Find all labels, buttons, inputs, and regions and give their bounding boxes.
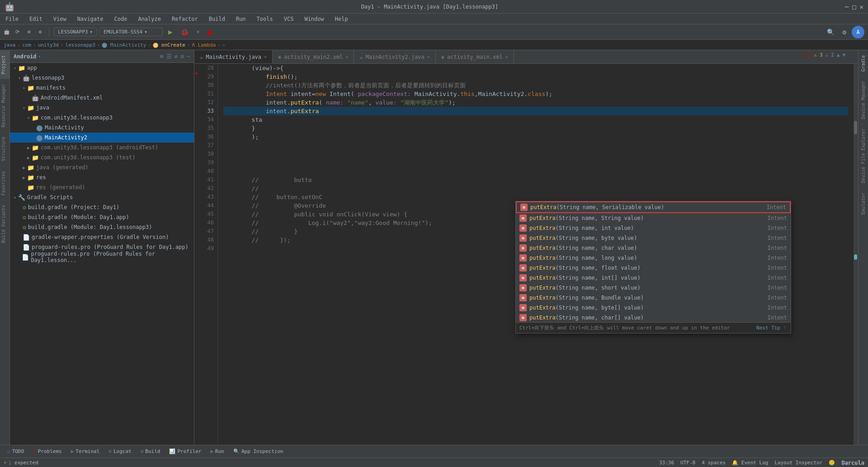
autocomplete-item-first[interactable]: m putExtra(String name, Serializable val… <box>516 201 791 213</box>
favorites-tab[interactable]: Favorites <box>0 166 9 200</box>
toolbar-sync-btn[interactable]: ⟳ <box>13 28 22 36</box>
tree-item-lessonapp3[interactable]: ▾ 🤖 lessonapp3 <box>10 73 194 83</box>
profiler-tab[interactable]: 📊 Profiler <box>165 448 205 455</box>
search-everywhere-btn[interactable]: 🔍 <box>824 28 837 37</box>
settings-btn[interactable]: ⚙ <box>840 28 849 37</box>
vertical-scrollbar[interactable] <box>854 64 858 445</box>
autocomplete-item-8[interactable]: m putExtra(String name, short value) Int… <box>516 283 791 293</box>
tab-mainactivity-close[interactable]: ✕ <box>264 54 267 59</box>
todo-tab[interactable]: ☑ TODO <box>4 448 28 455</box>
menu-refactor[interactable]: Refactor <box>170 15 200 23</box>
tree-item-res-generated[interactable]: 📁 res (generated) <box>10 182 194 192</box>
breadcrumb-java[interactable]: java <box>4 42 16 48</box>
device-file-explorer-tab[interactable]: Device File Explorer <box>860 124 867 187</box>
menu-file[interactable]: File <box>4 15 20 23</box>
panel-expand-btn[interactable]: ⇄ <box>175 53 178 60</box>
status-layout-inspector[interactable]: Layout Inspector <box>774 460 822 466</box>
tree-item-build-gradle-project[interactable]: ⚙ build.gradle (Project: Day1) <box>10 202 194 212</box>
tree-item-proguard-lesson[interactable]: 📄 proguard-rules.pro (ProGuard Rules for… <box>10 252 194 262</box>
debug-btn[interactable]: 🐞 <box>178 28 191 37</box>
panel-gear-btn[interactable]: ⚙ <box>180 53 184 60</box>
tree-item-res[interactable]: ▶ 📁 res <box>10 172 194 182</box>
autocomplete-item-9[interactable]: m putExtra(String name, Bundle value) In… <box>516 293 791 303</box>
autocomplete-item-4[interactable]: m putExtra(String name, char value) Inte… <box>516 243 791 253</box>
user-avatar[interactable]: A <box>852 26 864 38</box>
profile-btn[interactable]: ⚡ <box>194 28 203 36</box>
tree-item-manifests[interactable]: ▾ 📁 manifests <box>10 83 194 93</box>
tree-item-build-gradle-app[interactable]: ⚙ build.gradle (Module: Day1.app) <box>10 212 194 222</box>
tree-item-gradle-wrapper[interactable]: 📄 gradle-wrapper.properties (Gradle Vers… <box>10 232 194 242</box>
problems-tab[interactable]: ⊘ Problems <box>29 448 66 455</box>
breadcrumb-nav-icon[interactable]: ⇦ <box>222 42 226 48</box>
build-tab[interactable]: ⚙ Build <box>137 448 164 455</box>
toolbar-config-btn[interactable]: ≡ <box>25 28 33 36</box>
autocomplete-popup[interactable]: m putExtra(String name, Serializable val… <box>515 201 791 334</box>
autocomplete-item-10[interactable]: m putExtra(String name, byte[] value) In… <box>516 303 791 313</box>
menu-build[interactable]: Build <box>207 15 227 23</box>
terminal-tab[interactable]: ▶ Terminal <box>67 448 104 455</box>
breadcrumb-com[interactable]: com <box>22 42 31 48</box>
logcat-tab[interactable]: ≡ Logcat <box>105 448 135 455</box>
tree-item-mainactivity[interactable]: ⬤ MainActivity <box>10 123 194 133</box>
project-tab[interactable]: Project <box>0 50 9 79</box>
stop-btn[interactable]: ■ <box>205 28 214 37</box>
autocomplete-item-2[interactable]: m putExtra(String name, int value) Inten… <box>516 223 791 233</box>
tree-item-java[interactable]: ▾ 📁 java <box>10 103 194 113</box>
error-nav-up[interactable]: ▲ <box>837 52 840 58</box>
run-btn[interactable]: ▶ <box>165 27 175 37</box>
status-position[interactable]: 33:36 <box>659 460 674 466</box>
device-manager-tab[interactable]: Device Manager <box>860 76 867 124</box>
scrollbar-thumb[interactable] <box>854 121 857 134</box>
tab-activity-main2-xml[interactable]: ◈ activity_main2.xml ✕ <box>273 50 354 63</box>
autocomplete-item-3[interactable]: m putExtra(String name, byte value) Inte… <box>516 233 791 243</box>
tree-item-gradle-scripts[interactable]: ▾ 🔧 Gradle Scripts <box>10 192 194 202</box>
gradle-tab[interactable]: Gradle <box>860 50 867 76</box>
android-dropdown-arrow[interactable]: ▾ <box>38 54 41 59</box>
resource-manager-tab[interactable]: Resource Manager <box>0 79 9 132</box>
status-event-log[interactable]: 🔔 Event Log <box>732 460 768 466</box>
tree-item-com-unity3d[interactable]: ▾ 📁 com.unity3d.lessonapp3 <box>10 113 194 123</box>
autocomplete-item-7[interactable]: m putExtra(String name, int[] value) Int… <box>516 273 791 283</box>
menu-analyze[interactable]: Analyze <box>136 15 163 23</box>
run-tab[interactable]: ▶ Run <box>207 448 228 455</box>
tree-item-build-gradle-lessonapp3[interactable]: ⚙ build.gradle (Module: Day1.lessonapp3) <box>10 222 194 232</box>
minimize-btn[interactable]: ─ <box>845 3 849 10</box>
tab-activity-main-xml[interactable]: ◈ activity_main.xml ✕ <box>436 50 514 63</box>
status-indent[interactable]: 4 spaces <box>702 460 726 466</box>
app-inspection-tab[interactable]: 🔍 App Inspection <box>230 448 287 455</box>
device-dropdown[interactable]: LESSONAPP3 ▾ <box>54 28 97 36</box>
autocomplete-item-11[interactable]: m putExtra(String name, char[] value) In… <box>516 313 791 323</box>
autocomplete-next-tip[interactable]: Next Tip <box>756 325 780 331</box>
tree-item-java-generated[interactable]: ▶ 📁 java (generated) <box>10 162 194 172</box>
error-nav-down[interactable]: ▼ <box>842 52 845 58</box>
tree-item-mainactivity2[interactable]: ⬤ MainActivity2 <box>10 133 194 143</box>
tree-item-androidtest[interactable]: ▶ 📁 com.unity3d.lessonapp3 (androidTest) <box>10 143 194 152</box>
panel-add-btn[interactable]: ⊕ <box>160 53 164 60</box>
tab-mainactivity-java[interactable]: ☕ MainActivity.java ✕ <box>194 50 273 63</box>
tab-mainactivity2-close[interactable]: ✕ <box>427 54 430 59</box>
breadcrumb-mainactivity[interactable]: ⬤ MainActivity <box>102 42 146 48</box>
breadcrumb-unity3d[interactable]: unity3d <box>38 42 59 48</box>
emulator-dropdown[interactable]: EMULATOR-5554 ▾ <box>99 28 163 36</box>
menu-help[interactable]: Help <box>333 15 350 23</box>
structure-tab[interactable]: Structure <box>0 132 9 166</box>
autocomplete-item-6[interactable]: m putExtra(String name, float value) Int… <box>516 263 791 273</box>
tree-item-app[interactable]: ▾ 📁 app <box>10 63 194 73</box>
toolbar-gear-btn[interactable]: ⚙ <box>36 28 45 36</box>
autocomplete-more-btn[interactable]: ⋮ <box>782 325 787 331</box>
tree-item-test[interactable]: ▶ 📁 com.unity3d.lessonapp3 (test) <box>10 152 194 162</box>
tab-mainactivity2-java[interactable]: ☕ MainActivity2.java ✕ <box>354 50 435 63</box>
build-variants-tab[interactable]: Build Variants <box>0 200 9 248</box>
menu-tools[interactable]: Tools <box>255 15 275 23</box>
breadcrumb-lessonapp3[interactable]: lessonapp3 <box>66 42 95 48</box>
menu-edit[interactable]: Edit <box>28 15 44 23</box>
menu-code[interactable]: Code <box>113 15 129 23</box>
menu-view[interactable]: View <box>52 15 68 23</box>
autocomplete-item-1[interactable]: m putExtra(String name, String value) In… <box>516 213 791 223</box>
maximize-btn[interactable]: □ <box>852 3 856 10</box>
breadcrumb-lambda[interactable]: Λ Lambda <box>192 42 216 48</box>
panel-layout-btn[interactable]: ☰ <box>166 53 172 60</box>
menu-vcs[interactable]: VCS <box>282 15 296 23</box>
tab-activitymain-close[interactable]: ✕ <box>505 54 508 59</box>
close-btn[interactable]: ✕ <box>860 3 863 10</box>
